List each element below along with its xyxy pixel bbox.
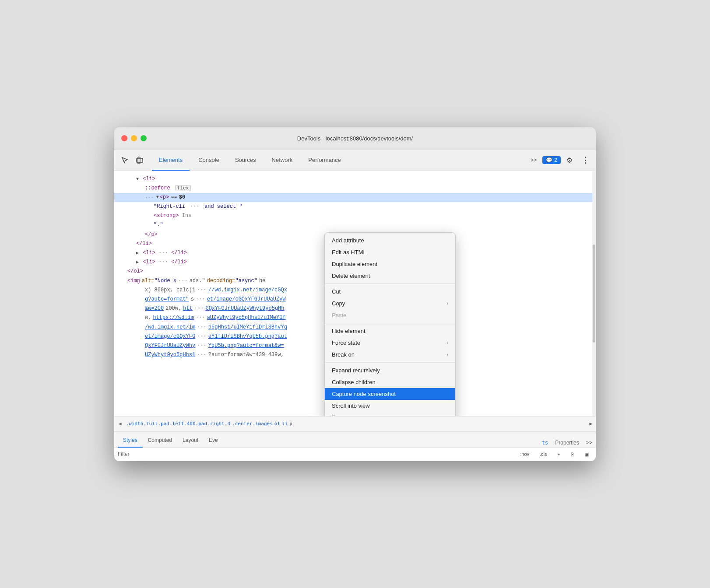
menu-item-hide-element[interactable]: Hide element	[325, 325, 455, 337]
tab-sources[interactable]: Sources	[228, 150, 263, 171]
toolbar-icons	[118, 153, 147, 167]
minimize-button[interactable]	[131, 135, 137, 141]
menu-item-copy[interactable]: Copy ›	[325, 298, 455, 309]
dom-panel: ▼ <li> ::before flex ··· ▼ <p> == $0 "Ri…	[114, 171, 596, 416]
menu-separator	[325, 323, 455, 323]
toolbar: Elements Console Sources Network Perform…	[114, 150, 596, 171]
menu-item-scroll-into-view[interactable]: Scroll into view	[325, 400, 455, 412]
menu-item-force-state[interactable]: Force state ›	[325, 337, 455, 349]
tab-computed[interactable]: Computed	[143, 434, 177, 448]
scrollbar-thumb[interactable]	[593, 245, 595, 343]
cls-button[interactable]: .cls	[536, 451, 551, 458]
dom-line-selected[interactable]: ··· ▼ <p> == $0	[114, 193, 596, 202]
dom-line[interactable]: "Right-cli ··· and select "	[114, 202, 596, 211]
breadcrumb-item[interactable]: .center-images	[232, 421, 273, 427]
tab-properties[interactable]: Properties	[555, 440, 579, 446]
menu-item-focus[interactable]: Focus	[325, 412, 455, 416]
submenu-arrow: ›	[446, 340, 448, 345]
menu-item-expand-recursively[interactable]: Expand recursively	[325, 364, 455, 376]
menu-item-add-attribute[interactable]: Add attribute	[325, 234, 455, 246]
submenu-arrow: ›	[446, 352, 448, 357]
bottom-panel: Styles Computed Layout Eve ts Properties…	[114, 432, 596, 461]
filter-bar: :hov .cls + ⎘ ▣	[114, 448, 596, 461]
close-button[interactable]	[121, 135, 127, 141]
breadcrumb-item-current[interactable]: p	[289, 421, 292, 427]
breadcrumb-back-icon[interactable]: ◀	[119, 421, 122, 427]
breadcrumb-item[interactable]: ol	[274, 421, 280, 427]
expand-icon[interactable]: ▼	[156, 194, 159, 201]
scrollbar-track[interactable]	[592, 171, 596, 416]
dom-line[interactable]: ::before flex	[114, 184, 596, 193]
filter-input[interactable]	[118, 451, 513, 457]
tab-styles[interactable]: Styles	[118, 434, 143, 448]
inspect-icon[interactable]	[118, 153, 132, 167]
maximize-button[interactable]	[141, 135, 147, 141]
bottom-tabs-right: ts Properties >>	[542, 440, 592, 448]
expand-icon[interactable]: ▼	[136, 177, 139, 182]
menu-item-edit-as-html[interactable]: Edit as HTML	[325, 246, 455, 258]
devtools-window: DevTools - localhost:8080/docs/devtools/…	[114, 127, 596, 461]
menu-item-duplicate-element[interactable]: Duplicate element	[325, 258, 455, 270]
breadcrumb-forward-icon[interactable]: ▶	[589, 421, 592, 427]
tab-console[interactable]: Console	[191, 150, 226, 171]
menu-item-paste: Paste	[325, 309, 455, 321]
hov-button[interactable]: :hov	[517, 451, 533, 458]
menu-item-collapse-children[interactable]: Collapse children	[325, 376, 455, 388]
breadcrumb-bar: ◀ .width-full.pad-left-400.pad-right-4 .…	[114, 416, 596, 432]
menu-icon[interactable]: ⋮	[578, 153, 592, 167]
bottom-tabs: Styles Computed Layout Eve ts Properties…	[114, 432, 596, 448]
menu-item-break-on[interactable]: Break on ›	[325, 349, 455, 360]
tab-event-listeners[interactable]: Eve	[204, 434, 223, 448]
menu-separator	[325, 284, 455, 284]
menu-item-cut[interactable]: Cut	[325, 286, 455, 298]
notification-badge[interactable]: 💬 2	[542, 156, 561, 164]
more-tabs-button[interactable]: >>	[527, 153, 541, 167]
window-title: DevTools - localhost:8080/docs/devtools/…	[297, 135, 413, 142]
titlebar: DevTools - localhost:8080/docs/devtools/…	[114, 127, 596, 150]
traffic-lights	[121, 135, 147, 141]
copy-styles-button[interactable]: ⎘	[567, 451, 577, 458]
expand-icon[interactable]: ▶	[136, 251, 139, 256]
more-tabs-bottom-icon[interactable]: >>	[586, 440, 592, 446]
tab-performance[interactable]: Performance	[301, 150, 348, 171]
expand-icon[interactable]: ▶	[136, 260, 139, 265]
tab-layout[interactable]: Layout	[177, 434, 204, 448]
tab-elements[interactable]: Elements	[152, 150, 190, 171]
toolbar-right: >> 💬 2 ⚙ ⋮	[527, 153, 592, 167]
context-menu: Add attribute Edit as HTML Duplicate ele…	[324, 232, 456, 416]
dom-line[interactable]: "."	[114, 220, 596, 230]
tab-network[interactable]: Network	[265, 150, 300, 171]
breadcrumb-item[interactable]: .width-full.pad-left-400.pad-right-4	[126, 421, 230, 427]
dom-line[interactable]: ▼ <li>	[114, 175, 596, 184]
menu-item-delete-element[interactable]: Delete element	[325, 270, 455, 282]
dom-line[interactable]: <strong> Ins	[114, 211, 596, 220]
add-rule-button[interactable]: +	[554, 451, 564, 458]
menu-separator	[325, 362, 455, 363]
submenu-arrow: ›	[446, 301, 448, 306]
menu-item-capture-node-screenshot[interactable]: Capture node screenshot	[325, 388, 455, 400]
breadcrumb-item[interactable]: li	[282, 421, 288, 427]
device-icon[interactable]	[133, 153, 147, 167]
settings-icon[interactable]: ⚙	[562, 153, 576, 167]
layout-button[interactable]: ▣	[581, 451, 592, 458]
svg-rect-0	[137, 158, 143, 162]
